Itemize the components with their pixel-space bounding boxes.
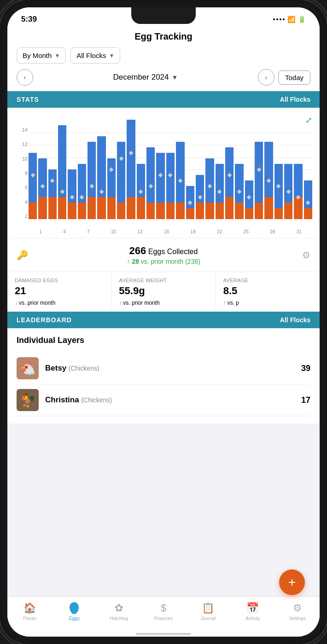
bar-blue-27 [284,164,292,203]
expand-chart-icon[interactable]: ⤢ [305,116,312,125]
average-arrow-up: ↑ [223,300,226,306]
key-icon: 🔑 [17,249,28,261]
by-month-dropdown[interactable]: By Month ▼ [17,47,66,64]
layer-item-betsy[interactable]: 🐔 Betsy (Chickens) 39 [17,353,310,384]
nav-item-activity[interactable]: 📅 Activity [230,600,275,623]
summary-change: ↑ 28 vs. prior month (238) [127,258,200,265]
nav-item-settings[interactable]: ⚙ Settings [275,600,320,623]
bar-blue-9 [107,158,116,197]
christina-count: 17 [301,395,310,405]
leaderboard-section-header: LEADERBOARD All Flocks [7,312,320,328]
bar-blue-28 [294,164,302,197]
betsy-info: Betsy (Chickens) [45,364,301,373]
bar-orange-15 [166,203,175,219]
y-label-14: 14 [15,127,28,133]
next-month-button[interactable]: › [258,69,274,86]
by-month-chevron: ▼ [54,52,60,59]
settings-gear-icon[interactable]: ⚙ [302,249,310,261]
damaged-eggs-value: 21 [15,285,104,297]
nav-item-hatching[interactable]: ✿ Hatching [97,600,141,623]
x-label-22: 22 [217,229,222,234]
x-labels-row: 1471013161922252831 [15,228,312,234]
bar-orange-3 [48,197,57,219]
bar-group-12 [137,136,145,219]
month-chevron-down: ▼ [172,74,178,81]
x-label-28: 28 [270,229,275,234]
journal-label: Journal [200,616,216,621]
bar-blue-21 [225,147,234,197]
betsy-chicken-image: 🐔 [17,357,39,379]
current-month-display[interactable]: December 2024 ▼ [113,73,178,82]
bar-group-22 [235,136,243,219]
nav-item-eggs[interactable]: Eggs [52,600,97,623]
bar-orange-27 [284,203,292,219]
y-label-6: 6 [15,185,28,190]
bar-orange-16 [176,203,184,219]
add-fab-button[interactable]: + [279,569,305,595]
chart-area: 14 12 10 8 6 4 2 [15,127,312,228]
x-label-4: 4 [63,229,66,234]
bar-group-25 [264,136,273,219]
bar-group-21 [225,136,234,219]
x-label-16: 16 [164,229,169,234]
x-label-1: 1 [39,229,42,234]
individual-layers-title: Individual Layers [17,336,310,345]
today-button[interactable]: Today [278,70,310,85]
home-indicator [136,633,191,635]
bar-group-27 [284,136,292,219]
prev-month-button[interactable]: ‹ [17,69,33,86]
damaged-arrow-down: ↓ [15,300,18,306]
bar-orange-21 [225,197,234,219]
x-label-31: 31 [297,229,302,234]
bar-group-7 [88,136,96,219]
settings-icon: ⚙ [293,602,302,614]
activity-icon: 📅 [246,602,259,614]
bar-group-14 [156,136,164,219]
leaderboard-all-flocks: All Flocks [280,316,310,324]
x-label-10: 10 [111,229,116,234]
nav-item-journal[interactable]: 📋 Journal [186,600,230,623]
by-month-label: By Month [23,52,52,59]
bar-group-4 [58,136,66,219]
scrollable-content[interactable]: ⤢ 14 12 10 8 6 4 2 [7,108,320,596]
christina-chicken-image: 🐓 [17,389,39,411]
hatching-icon: ✿ [115,602,123,614]
bar-blue-11 [127,120,135,197]
bar-blue-15 [166,153,175,203]
bar-orange-23 [245,208,253,219]
status-icons: 📶 🔋 [273,16,306,23]
bar-group-28 [294,136,302,219]
page-title: Egg Tracking [17,31,310,42]
bar-orange-24 [255,203,263,219]
bar-group-17 [186,136,194,219]
bar-orange-8 [97,197,105,219]
bar-orange-29 [304,208,312,219]
bar-group-20 [216,136,224,219]
bar-group-26 [274,136,283,219]
bar-orange-5 [68,203,76,219]
eggs-collected-line: 266 Eggs Collected [127,245,200,257]
bar-orange-6 [78,203,86,219]
phone-screen: 5:39 📶 🔋 Egg Tracking By Month ▼ [7,7,320,637]
layer-item-christina[interactable]: 🐓 Christina (Chickens) 17 [17,384,310,416]
bar-group-11 [127,136,135,219]
christina-info: Christina (Chickens) [45,395,301,405]
signal-dot-4 [283,18,285,20]
nav-item-flocks[interactable]: 🏠 Flocks [7,600,52,623]
stats-cards: DAMAGED EGGS 21 ↓ vs. prior month AVERAG… [7,272,320,312]
bar-group-10 [117,136,125,219]
flocks-icon: 🏠 [23,602,36,614]
eggs-label: Eggs [69,616,80,621]
month-label: December 2024 [113,73,169,82]
bar-blue-8 [97,136,105,197]
chart-expand-row: ⤢ [15,115,312,125]
settings-label: Settings [289,616,306,621]
bar-group-24 [255,136,263,219]
all-flocks-dropdown[interactable]: All Flocks ▼ [70,47,120,64]
stats-title: STATS [17,96,39,103]
bar-orange-11 [127,197,135,219]
notch [131,7,196,24]
damaged-eggs-change: ↓ vs. prior month [15,300,104,306]
nav-item-finances[interactable]: $ Finances [141,600,186,623]
change-text: vs. prior month (238) [141,258,200,265]
